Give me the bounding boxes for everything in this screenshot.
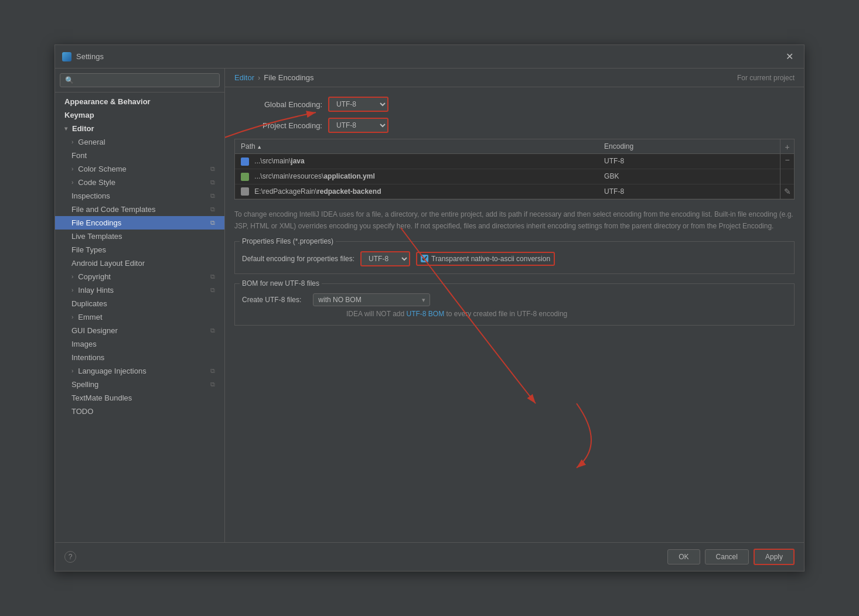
table-row[interactable]: E:\redPackageRain\redpacket-backend UTF-… bbox=[235, 184, 794, 199]
transparent-conversion-label[interactable]: Transparent native-to-ascii conversion bbox=[431, 255, 550, 263]
close-button[interactable]: ✕ bbox=[782, 50, 797, 63]
sidebar-item-intentions[interactable]: Intentions bbox=[55, 351, 224, 364]
sidebar-item-file-code-templates[interactable]: File and Code Templates ⧉ bbox=[55, 203, 224, 216]
copy-icon: ⧉ bbox=[210, 206, 215, 213]
breadcrumb-parent[interactable]: Editor bbox=[234, 73, 254, 82]
edit-path-button[interactable]: ✎ bbox=[782, 186, 793, 197]
sidebar-item-keymap[interactable]: Keymap bbox=[55, 108, 224, 122]
sidebar-item-label: Spelling bbox=[71, 380, 98, 389]
table-row[interactable]: ...\src\main\resources\application.yml G… bbox=[235, 169, 794, 184]
sidebar-item-color-scheme[interactable]: › Color Scheme ⧉ bbox=[55, 162, 224, 176]
sidebar-item-label: Inspections bbox=[71, 191, 110, 200]
dialog-body: Appearance & Behavior Keymap ▾ Editor › … bbox=[55, 69, 804, 542]
sidebar-item-label: Duplicates bbox=[71, 299, 107, 308]
breadcrumb-current: File Encodings bbox=[264, 73, 313, 82]
transparent-conversion-wrap: Transparent native-to-ascii conversion bbox=[416, 252, 555, 266]
file-icon bbox=[241, 173, 249, 181]
bom-section: BOM for new UTF-8 files Create UTF-8 fil… bbox=[234, 283, 795, 326]
transparent-conversion-checkbox[interactable] bbox=[421, 255, 428, 262]
sidebar-item-duplicates[interactable]: Duplicates bbox=[55, 297, 224, 310]
settings-panel: Global Encoding: UTF-8 GBK ISO-8859-1 Pr… bbox=[225, 87, 804, 542]
sidebar-item-label: Color Scheme bbox=[78, 165, 126, 173]
copy-icon: ⧉ bbox=[210, 219, 215, 227]
bom-row: Create UTF-8 files: with NO BOM with BOM bbox=[242, 293, 787, 306]
sidebar-item-general[interactable]: › General bbox=[55, 135, 224, 149]
path-column-header[interactable]: Path bbox=[235, 139, 598, 154]
expand-icon: › bbox=[71, 368, 73, 374]
sidebar-item-label: General bbox=[78, 138, 105, 146]
sidebar-item-file-encodings[interactable]: File Encodings ⧉ bbox=[55, 216, 224, 230]
sidebar-item-textmate[interactable]: TextMate Bundles bbox=[55, 391, 224, 405]
title-bar: Settings ✕ bbox=[55, 45, 804, 69]
global-encoding-select[interactable]: UTF-8 GBK ISO-8859-1 bbox=[328, 97, 388, 112]
ok-button[interactable]: OK bbox=[667, 549, 700, 564]
sidebar-item-label: Code Style bbox=[78, 178, 115, 187]
expand-icon: › bbox=[71, 287, 73, 293]
file-encodings-table: Path Encoding ...\src\main\java UTF-8 bbox=[235, 139, 794, 199]
properties-section-title: Properties Files (*.properties) bbox=[240, 237, 336, 245]
expand-icon: › bbox=[71, 314, 73, 320]
table-cell-path: ...\src\main\resources\application.yml bbox=[235, 169, 598, 184]
sidebar-item-file-types[interactable]: File Types bbox=[55, 243, 224, 256]
cancel-button[interactable]: Cancel bbox=[705, 549, 749, 564]
expand-icon: ▾ bbox=[64, 125, 67, 132]
sidebar-item-inspections[interactable]: Inspections ⧉ bbox=[55, 189, 224, 203]
remove-path-button[interactable]: − bbox=[782, 155, 793, 165]
breadcrumb-action[interactable]: For current project bbox=[737, 74, 795, 82]
sidebar-item-emmet[interactable]: › Emmet bbox=[55, 310, 224, 324]
sidebar-item-font[interactable]: Font bbox=[55, 149, 224, 162]
sidebar-item-appearance[interactable]: Appearance & Behavior bbox=[55, 95, 224, 108]
bom-select-wrapper: with NO BOM with BOM bbox=[313, 293, 430, 306]
bom-info: IDEA will NOT add UTF-8 BOM to every cre… bbox=[346, 310, 787, 318]
dialog-footer: ? OK Cancel Apply bbox=[55, 542, 804, 571]
add-path-button[interactable]: + bbox=[782, 142, 793, 152]
sidebar-item-label: Font bbox=[71, 151, 87, 160]
title-bar-left: Settings bbox=[62, 52, 104, 61]
sidebar-item-label: TextMate Bundles bbox=[71, 393, 132, 402]
folder-icon bbox=[241, 187, 249, 196]
sidebar-item-code-style[interactable]: › Code Style ⧉ bbox=[55, 176, 224, 189]
sidebar-item-label: Live Templates bbox=[71, 232, 122, 241]
dialog-title: Settings bbox=[76, 52, 104, 61]
properties-encoding-select[interactable]: UTF-8 GBK bbox=[360, 251, 410, 266]
sidebar-item-label: Android Layout Editor bbox=[71, 259, 145, 268]
copy-icon: ⧉ bbox=[210, 192, 215, 200]
sidebar-item-label: TODO bbox=[71, 407, 93, 416]
sidebar-item-label: Copyright bbox=[78, 272, 111, 281]
search-box bbox=[55, 69, 224, 93]
table-row[interactable]: ...\src\main\java UTF-8 bbox=[235, 154, 794, 169]
expand-icon: › bbox=[71, 179, 73, 186]
settings-dialog: Settings ✕ Appearance & Behavior Keymap … bbox=[54, 45, 805, 571]
project-encoding-row: Project Encoding: UTF-8 GBK ISO-8859-1 bbox=[234, 118, 795, 133]
sidebar-item-language-injections[interactable]: › Language Injections ⧉ bbox=[55, 364, 224, 378]
global-encoding-row: Global Encoding: UTF-8 GBK ISO-8859-1 bbox=[234, 97, 795, 112]
sidebar-item-label: Appearance & Behavior bbox=[64, 97, 151, 106]
bom-select[interactable]: with NO BOM with BOM bbox=[313, 293, 430, 306]
sidebar-item-inlay-hints[interactable]: › Inlay Hints ⧉ bbox=[55, 283, 224, 297]
apply-button[interactable]: Apply bbox=[754, 549, 795, 565]
expand-icon: › bbox=[71, 166, 73, 172]
sidebar-item-android-layout[interactable]: Android Layout Editor bbox=[55, 256, 224, 270]
sidebar-item-spelling[interactable]: Spelling ⧉ bbox=[55, 378, 224, 391]
project-encoding-select[interactable]: UTF-8 GBK ISO-8859-1 bbox=[328, 118, 388, 133]
help-button[interactable]: ? bbox=[64, 551, 76, 563]
encoding-column-header[interactable]: Encoding bbox=[598, 139, 794, 154]
sidebar-nav: Appearance & Behavior Keymap ▾ Editor › … bbox=[55, 93, 224, 542]
encoding-description: To change encoding IntelliJ IDEA uses fo… bbox=[234, 209, 795, 231]
search-input[interactable] bbox=[60, 73, 220, 87]
table-cell-encoding: GBK bbox=[598, 169, 794, 184]
sidebar: Appearance & Behavior Keymap ▾ Editor › … bbox=[55, 69, 225, 542]
copy-icon: ⧉ bbox=[210, 273, 215, 280]
copy-icon: ⧉ bbox=[210, 381, 215, 388]
sidebar-item-live-templates[interactable]: Live Templates bbox=[55, 230, 224, 243]
sidebar-item-copyright[interactable]: › Copyright ⧉ bbox=[55, 270, 224, 283]
sidebar-item-label: Language Injections bbox=[78, 367, 146, 375]
sidebar-item-gui-designer[interactable]: GUI Designer ⧉ bbox=[55, 324, 224, 337]
sidebar-item-todo[interactable]: TODO bbox=[55, 405, 224, 418]
sidebar-item-images[interactable]: Images bbox=[55, 337, 224, 351]
breadcrumb-separator: › bbox=[258, 73, 260, 82]
bom-info-suffix: to every created file in UTF-8 encoding bbox=[444, 310, 567, 318]
bom-link[interactable]: UTF-8 BOM bbox=[406, 310, 444, 318]
sidebar-item-editor[interactable]: ▾ Editor bbox=[55, 122, 224, 135]
folder-icon bbox=[241, 158, 249, 166]
